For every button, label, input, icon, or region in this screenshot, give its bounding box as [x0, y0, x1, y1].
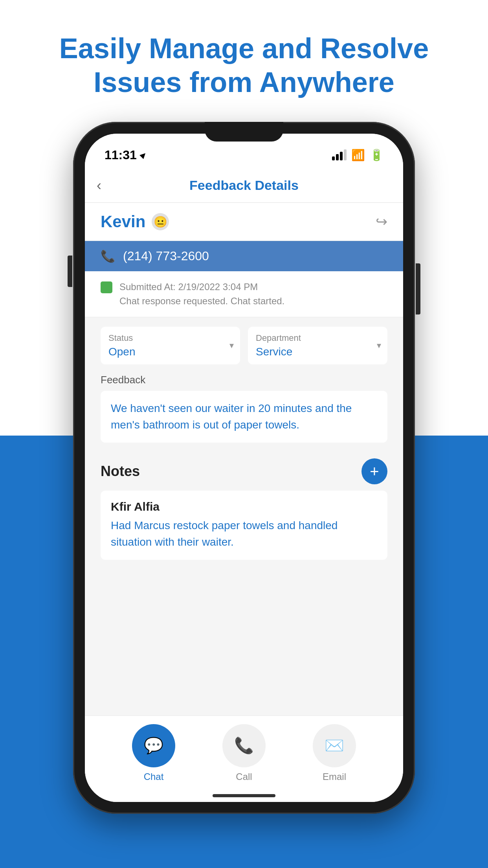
note-card: Kfir Alfia Had Marcus restock paper towe…: [101, 491, 387, 560]
nav-title: Feedback Details: [189, 178, 299, 193]
green-indicator: [101, 281, 112, 293]
headline-line1: Easily Manage and Resolve: [59, 33, 429, 64]
home-indicator: [213, 794, 275, 797]
time-display: 11:31: [105, 148, 137, 162]
add-note-button[interactable]: +: [361, 458, 387, 484]
note-author: Kfir Alfia: [111, 500, 377, 513]
submission-details: Submitted At: 2/19/2022 3:04 PM Chat res…: [119, 280, 284, 308]
user-name: Kevin: [101, 212, 145, 231]
bottom-action-bar: 💬 Chat 📞 Call ✉️ Email: [85, 715, 403, 802]
status-value: Open: [108, 346, 232, 358]
feedback-label: Feedback: [101, 374, 387, 386]
status-label: Status: [108, 333, 232, 343]
status-icons: 📶 🔋: [332, 149, 383, 162]
status-time: 11:31 ▲: [105, 148, 149, 162]
submission-area: Submitted At: 2/19/2022 3:04 PM Chat res…: [85, 271, 403, 317]
signal-bar-4: [344, 149, 347, 160]
notes-header: Notes +: [101, 458, 387, 484]
feedback-text: We haven't seen our waiter in 20 minutes…: [111, 400, 377, 433]
email-circle: ✉️: [313, 724, 356, 767]
phone-screen: 11:31 ▲ 📶 🔋 ‹ Feedback Detail: [85, 134, 403, 802]
nav-bar: ‹ Feedback Details: [85, 168, 403, 203]
notes-section: Notes + Kfir Alfia Had Marcus restock pa…: [85, 451, 403, 568]
headline-line2: Issues from Anywhere: [94, 66, 394, 98]
phone-number: (214) 773-2600: [123, 249, 209, 263]
submission-timestamp: Submitted At: 2/19/2022 3:04 PM: [119, 280, 284, 294]
dropdowns-row: Status Open ▾ Department Service ▾: [85, 317, 403, 374]
email-label: Email: [323, 771, 346, 782]
email-action-button[interactable]: ✉️ Email: [313, 724, 356, 782]
notch: [205, 122, 283, 142]
feedback-box: We haven't seen our waiter in 20 minutes…: [101, 391, 387, 443]
chat-icon: 💬: [144, 736, 163, 755]
status-dropdown[interactable]: Status Open ▾: [101, 327, 240, 364]
phone-icon: 📞: [101, 249, 115, 263]
signal-bars: [332, 149, 347, 160]
call-action-button[interactable]: 📞 Call: [222, 724, 266, 782]
battery-icon: 🔋: [370, 149, 383, 162]
signal-bar-3: [340, 152, 343, 160]
notes-title: Notes: [101, 463, 140, 480]
user-emoji: 😐: [152, 213, 169, 230]
share-icon[interactable]: ↪: [376, 213, 387, 230]
user-name-row: Kevin 😐: [101, 212, 169, 231]
signal-bar-1: [332, 156, 335, 160]
call-label: Call: [236, 771, 252, 782]
department-value: Service: [256, 346, 380, 358]
call-circle: 📞: [222, 724, 266, 767]
email-icon: ✉️: [325, 736, 344, 755]
department-chevron-icon: ▾: [377, 340, 381, 351]
location-arrow-icon: ▲: [136, 148, 151, 162]
page-wrapper: Easily Manage and Resolve Issues from An…: [0, 0, 488, 868]
wifi-icon: 📶: [351, 149, 365, 162]
signal-bar-2: [336, 154, 339, 160]
phone-frame: 11:31 ▲ 📶 🔋 ‹ Feedback Detail: [73, 122, 415, 814]
submission-note: Chat response requested. Chat started.: [119, 294, 284, 308]
headline: Easily Manage and Resolve Issues from An…: [0, 31, 488, 99]
user-header: Kevin 😐 ↪: [85, 203, 403, 241]
back-button[interactable]: ‹: [97, 177, 101, 194]
chat-label: Chat: [144, 771, 164, 782]
chat-circle: 💬: [132, 724, 175, 767]
status-chevron-icon: ▾: [229, 340, 234, 351]
department-label: Department: [256, 333, 380, 343]
add-icon: +: [370, 463, 379, 480]
feedback-section: Feedback We haven't seen our waiter in 2…: [85, 374, 403, 451]
department-dropdown[interactable]: Department Service ▾: [248, 327, 387, 364]
call-icon: 📞: [234, 736, 254, 755]
chat-action-button[interactable]: 💬 Chat: [132, 724, 175, 782]
note-content: Had Marcus restock paper towels and hand…: [111, 517, 377, 550]
phone-bar[interactable]: 📞 (214) 773-2600: [85, 241, 403, 271]
